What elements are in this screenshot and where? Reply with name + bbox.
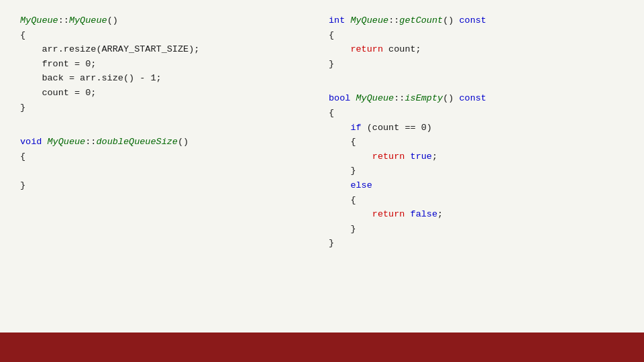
method-ref-2: doubleQueueSize [96, 137, 178, 147]
method-ref-1: MyQueue [69, 15, 107, 25]
void-keyword: void [20, 137, 42, 147]
int-keyword: int [329, 15, 345, 25]
return-keyword-3: return [372, 209, 405, 219]
method-ref-4: isEmpty [405, 93, 443, 103]
bottom-bar [0, 333, 644, 362]
class-ref-1: MyQueue [20, 15, 58, 25]
class-ref-3: MyQueue [350, 15, 388, 25]
constructor-block: MyQueue::MyQueue() { arr.resize(ARRAY_ST… [20, 13, 315, 115]
return-keyword-2: return [372, 152, 405, 162]
right-panel: int MyQueue::getCount() const { return c… [329, 13, 624, 319]
getcount-block: int MyQueue::getCount() const { return c… [329, 13, 624, 71]
left-panel: MyQueue::MyQueue() { arr.resize(ARRAY_ST… [20, 13, 315, 319]
isempty-block: bool MyQueue::isEmpty() const { if (coun… [329, 91, 624, 251]
else-keyword: else [350, 180, 372, 190]
class-ref-2: MyQueue [48, 137, 86, 147]
const-keyword-2: const [459, 93, 486, 103]
false-keyword: false [411, 209, 438, 219]
const-keyword-1: const [459, 15, 486, 25]
double-queue-block: void MyQueue::doubleQueueSize() { } [20, 135, 315, 192]
bool-keyword: bool [329, 93, 350, 103]
true-keyword: true [411, 152, 432, 162]
method-ref-3: getCount [399, 15, 443, 25]
class-ref-4: MyQueue [356, 93, 394, 103]
return-keyword-1: return [350, 44, 383, 54]
if-keyword: if [350, 123, 361, 133]
code-area: MyQueue::MyQueue() { arr.resize(ARRAY_ST… [0, 0, 644, 333]
